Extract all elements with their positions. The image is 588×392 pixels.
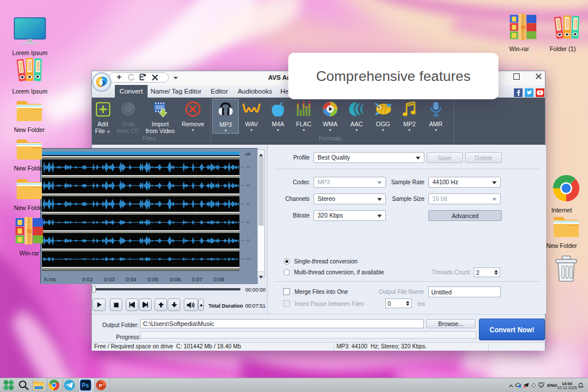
svg-text:0:04: 0:04 [126, 276, 137, 282]
svg-text:-90: -90 [245, 202, 250, 205]
svg-text:0:03: 0:03 [104, 276, 115, 282]
svg-text:0:05: 0:05 [148, 276, 158, 282]
svg-text:0:06: 0:06 [170, 276, 181, 282]
svg-text:-90: -90 [245, 239, 250, 242]
svg-text:h:ms: h:ms [44, 276, 56, 282]
svg-text:-90: -90 [245, 165, 250, 169]
svg-text:0:02: 0:02 [82, 276, 93, 282]
svg-text:dB: dB [245, 152, 251, 157]
svg-text:-90: -90 [245, 184, 250, 187]
svg-text:0:08: 0:08 [214, 276, 225, 282]
svg-text:0:07: 0:07 [192, 276, 203, 282]
svg-text:-90: -90 [245, 220, 250, 224]
svg-text:-90: -90 [245, 257, 250, 261]
